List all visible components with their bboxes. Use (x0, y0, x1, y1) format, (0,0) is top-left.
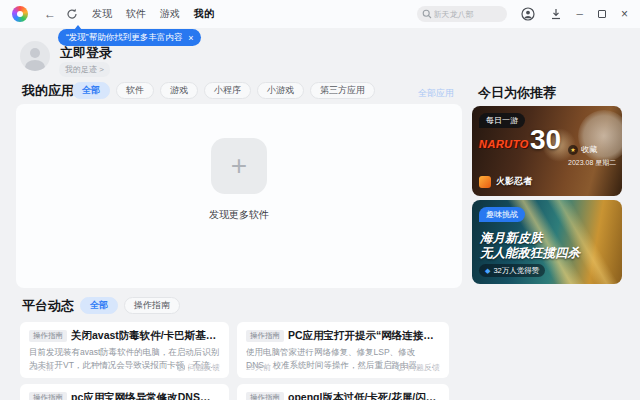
article-badge: 操作指南 (29, 330, 67, 342)
challenge-line2: 无人能敌狂揽四杀 (480, 245, 580, 262)
platform-feed-title: 平台动态 (22, 297, 74, 315)
window-controls: ─ × (521, 7, 628, 21)
naruto-logo: NARUTO (479, 138, 529, 150)
nav-item-games[interactable]: 游戏 (160, 0, 180, 28)
discover-tooltip: “发现”帮助你找到更多丰富内容 × (58, 29, 201, 46)
nav-item-mine[interactable]: 我的 (194, 0, 214, 28)
avatar-person-icon (30, 48, 40, 58)
article-card[interactable]: 操作指南 关闭avast防毒软件/卡巴斯基减少卡顿现象 目前发现装有avast防… (20, 322, 229, 378)
add-software-button[interactable]: + (211, 138, 267, 194)
article-time: 26天前 (29, 362, 54, 373)
search-icon (422, 9, 432, 19)
challenge-badge: 趣味挑战 (479, 207, 525, 222)
download-icon[interactable] (550, 8, 562, 20)
my-apps-title: 我的应用 (22, 82, 74, 100)
login-button[interactable]: 立即登录 (60, 44, 112, 62)
platform-feed-tabs: 全部 操作指南 (80, 297, 180, 314)
feedback-link[interactable]: 问题反馈 (397, 362, 440, 373)
praise-stat-text: 32万人觉得赞 (493, 266, 539, 275)
footprint-pill[interactable]: 我的足迹 > (59, 62, 110, 77)
challenge-card[interactable]: 趣味挑战 海月新皮肤 无人能敌狂揽四杀 ◆ 32万人觉得赞 (472, 200, 622, 284)
feedback-icon (177, 364, 185, 372)
tab-software[interactable]: 软件 (116, 82, 154, 99)
all-apps-link[interactable]: 全部应用 (418, 87, 454, 100)
titlebar: ← 发现 软件 游戏 我的 ─ × (0, 0, 640, 28)
search-input[interactable] (434, 6, 504, 22)
daily-game-badge: 每日一游 (479, 113, 525, 128)
calendar-date: 2023.08 星期二 (568, 158, 616, 168)
feedback-link[interactable]: 问题反馈 (177, 362, 220, 373)
tab-mini-programs[interactable]: 小程序 (204, 82, 251, 99)
search-box[interactable] (417, 6, 507, 22)
tab-all[interactable]: 全部 (72, 82, 110, 99)
recommend-title: 今日为你推荐 (478, 84, 556, 102)
article-card[interactable]: 操作指南 opengl版本过低/卡死/花屏/闪退，升级显卡驱动… (237, 384, 449, 400)
daily-game-card[interactable]: 每日一游 NARUTO 30 ★ 收藏 2023.08 星期二 火影忍者 (472, 106, 622, 196)
article-time: 29天前 (246, 362, 271, 373)
app-window: ← 发现 软件 游戏 我的 ─ × “发现”帮助你找到更多丰富内容 × (0, 0, 640, 400)
tab-third-party[interactable]: 第三方应用 (310, 82, 375, 99)
feed-tab-guide[interactable]: 操作指南 (124, 297, 180, 314)
game-app-icon (479, 176, 491, 188)
praise-stat-pill: ◆ 32万人觉得赞 (479, 264, 545, 277)
plus-icon: + (231, 150, 247, 182)
tooltip-close-icon[interactable]: × (188, 33, 193, 43)
article-title: PC应用宝打开提示“网络连接错误” (288, 329, 440, 343)
close-icon[interactable]: × (621, 7, 628, 21)
article-card[interactable]: 操作指南 pc应用宝网络异常修改DNS教程 (20, 384, 229, 400)
feedback-icon (397, 364, 405, 372)
my-apps-tabs: 全部 软件 游戏 小程序 小游戏 第三方应用 (72, 82, 375, 99)
top-nav: 发现 软件 游戏 我的 (92, 0, 214, 28)
minimize-icon[interactable]: ─ (577, 9, 583, 19)
tooltip-text: “发现”帮助你找到更多丰富内容 (66, 32, 182, 44)
collect-button[interactable]: ★ 收藏 (568, 144, 597, 155)
tab-games[interactable]: 游戏 (160, 82, 198, 99)
collect-label: 收藏 (581, 144, 597, 155)
article-badge: 操作指南 (246, 330, 284, 342)
nav-item-discover[interactable]: 发现 (92, 0, 112, 28)
nav-item-software[interactable]: 软件 (126, 0, 146, 28)
maximize-icon[interactable] (598, 10, 606, 18)
tab-mini-games[interactable]: 小游戏 (257, 82, 304, 99)
diamond-icon: ◆ (485, 267, 490, 274)
my-apps-card: + 发现更多软件 (16, 104, 462, 288)
game-app-row[interactable]: 火影忍者 (479, 175, 532, 188)
app-logo-icon (12, 6, 28, 22)
avatar[interactable] (20, 41, 50, 71)
collect-star-icon: ★ (568, 145, 578, 155)
article-badge: 操作指南 (29, 392, 67, 400)
article-title: pc应用宝网络异常修改DNS教程 (71, 391, 220, 400)
refresh-icon[interactable] (66, 8, 78, 20)
game-app-name: 火影忍者 (496, 175, 532, 188)
account-icon[interactable] (521, 7, 535, 21)
article-title: opengl版本过低/卡死/花屏/闪退，升级显卡驱动… (288, 391, 440, 400)
back-icon[interactable]: ← (44, 8, 56, 20)
article-badge: 操作指南 (246, 392, 284, 400)
add-software-label: 发现更多软件 (16, 208, 462, 222)
calendar-day: 30 (530, 126, 561, 154)
feed-tab-all[interactable]: 全部 (80, 297, 118, 314)
article-title: 关闭avast防毒软件/卡巴斯基减少卡顿现象 (71, 329, 220, 343)
article-card[interactable]: 操作指南 PC应用宝打开提示“网络连接错误” 使用电脑管家进行网络修复、修复LS… (237, 322, 449, 378)
